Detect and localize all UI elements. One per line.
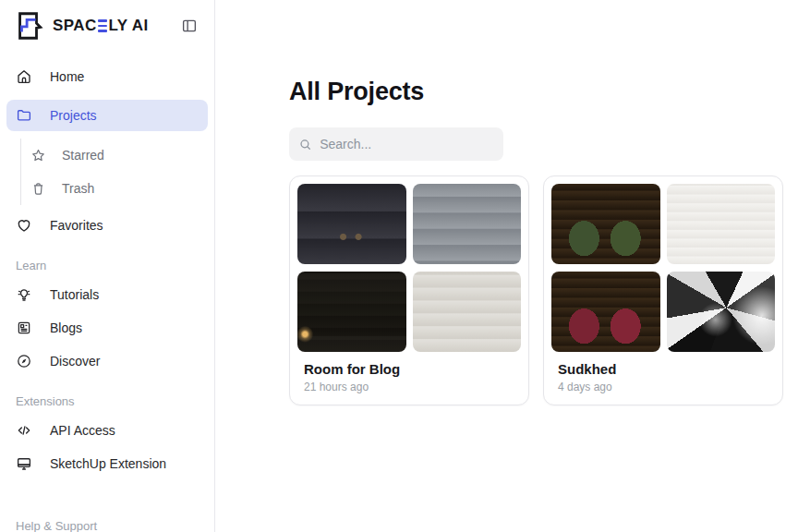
stylized-e-glyph [98,19,107,31]
brand-wordmark: SPACLY AI [53,17,149,35]
search-box [289,127,503,161]
sidebar-item-discover[interactable]: Discover [6,345,208,378]
sidebar-item-label: Favorites [50,218,103,233]
sidebar-item-label: Starred [62,148,104,163]
star-icon [30,148,46,163]
sidebar-item-label: Trash [62,181,94,196]
wordmark-right: LY AI [109,17,149,35]
sidebar-item-label: Home [50,69,84,84]
code-icon [16,422,32,439]
page-title: All Projects [289,78,784,106]
sidebar-collapse-icon[interactable] [181,18,198,34]
sidebar-item-starred[interactable]: Starred [21,139,208,172]
heart-icon [16,217,32,234]
projects-subgroup: Starred Trash [20,139,208,205]
thumbnail-grid [551,184,775,352]
sidebar-item-label: Discover [50,354,100,369]
sidebar-nav: Home Projects Starred Trash [0,52,214,532]
main-content: All Projects Room for Blog 21 hours ago [289,0,784,405]
project-card[interactable]: Room for Blog 21 hours ago [289,175,529,405]
sidebar-item-label: Tutorials [50,287,99,302]
project-timestamp: 21 hours ago [304,381,514,393]
compass-icon [16,353,32,369]
project-thumbnail [667,184,776,264]
project-thumbnail [667,272,776,352]
project-thumbnail [297,184,406,264]
lightbulb-icon [16,286,32,303]
extensions-section-header: Extensions [6,378,208,414]
sidebar-header: SPACLY AI [0,0,214,52]
trash-icon [30,181,46,197]
project-title: Sudkhed [558,361,768,377]
project-thumbnail [413,184,522,264]
monitor-icon [16,455,32,472]
wordmark-left: SPAC [53,17,97,35]
sidebar-item-label: API Access [50,423,115,438]
sidebar-item-label: Projects [50,108,97,123]
project-card[interactable]: Sudkhed 4 days ago [543,175,783,405]
sidebar-item-sketchup-extension[interactable]: SketchUp Extension [6,447,208,480]
help-support-section-header: Help & Support [6,502,208,532]
search-icon [298,137,312,152]
project-timestamp: 4 days ago [558,381,768,393]
home-icon [16,68,32,85]
sidebar-item-trash[interactable]: Trash [21,172,208,205]
search-input[interactable] [320,137,494,151]
project-thumbnail [297,272,406,352]
spacely-logo-icon [13,10,44,42]
newspaper-icon [16,320,32,336]
learn-section-header: Learn [6,242,208,278]
project-title: Room for Blog [304,361,514,377]
sidebar-item-home[interactable]: Home [6,61,208,92]
sidebar-item-api-access[interactable]: API Access [6,414,208,447]
sidebar-item-favorites[interactable]: Favorites [6,209,208,242]
sidebar-item-label: Blogs [50,320,82,335]
sidebar-item-label: SketchUp Extension [50,456,166,471]
project-thumbnail [551,272,660,352]
sidebar-item-projects[interactable]: Projects [6,100,208,131]
card-info: Room for Blog 21 hours ago [297,352,521,393]
sidebar-item-tutorials[interactable]: Tutorials [6,278,208,311]
thumbnail-grid [297,184,521,352]
project-thumbnail [551,184,660,264]
project-cards: Room for Blog 21 hours ago Sudkhed 4 day… [289,175,784,405]
sidebar: SPACLY AI Home Projects [0,0,215,532]
sidebar-item-blogs[interactable]: Blogs [6,311,208,345]
card-info: Sudkhed 4 days ago [551,352,775,393]
project-thumbnail [413,272,522,352]
folder-icon [16,107,32,124]
